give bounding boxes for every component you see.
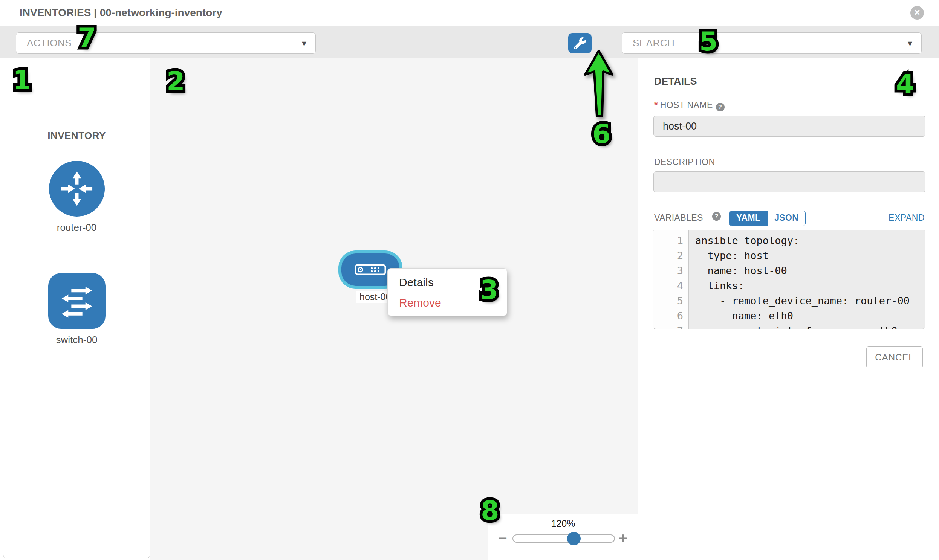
description-label: DESCRIPTION bbox=[654, 157, 715, 167]
help-icon[interactable]: ? bbox=[716, 103, 725, 111]
actions-dropdown[interactable]: ACTIONS ▾ bbox=[16, 32, 316, 54]
description-input[interactable] bbox=[654, 171, 925, 192]
wrench-icon bbox=[574, 37, 586, 49]
close-icon[interactable]: × bbox=[910, 6, 924, 20]
details-heading: DETAILS bbox=[654, 76, 697, 88]
router-icon bbox=[49, 161, 105, 217]
annotation-6: 6 bbox=[592, 121, 611, 147]
search-placeholder: SEARCH bbox=[633, 33, 674, 54]
device-label: router-00 bbox=[57, 222, 97, 234]
cancel-button[interactable]: CANCEL bbox=[866, 346, 923, 368]
chevron-down-icon: ▾ bbox=[302, 33, 306, 54]
host-icon bbox=[355, 264, 386, 275]
variables-editor[interactable]: 1ansible_topology: 2 type: host 3 name: … bbox=[653, 230, 925, 329]
actions-placeholder: ACTIONS bbox=[27, 33, 72, 54]
code-line: 5 - remote_device_name: router-00 bbox=[653, 293, 925, 308]
code-line: 1ansible_topology: bbox=[653, 233, 925, 248]
annotation-7: 7 bbox=[78, 25, 96, 51]
annotation-2: 2 bbox=[167, 68, 185, 94]
variables-label: VARIABLES bbox=[654, 213, 703, 223]
zoom-control: 120% − + bbox=[488, 514, 638, 560]
help-icon[interactable]: ? bbox=[712, 212, 721, 221]
tab-json[interactable]: JSON bbox=[767, 211, 805, 226]
variables-format-toggle: YAML JSON bbox=[729, 211, 806, 226]
expand-link[interactable]: EXPAND bbox=[888, 213, 925, 223]
sidebar-item-switch[interactable]: switch-00 bbox=[3, 273, 150, 346]
zoom-slider[interactable] bbox=[512, 534, 615, 543]
code-line: 3 name: host-00 bbox=[653, 263, 925, 278]
annotation-5: 5 bbox=[699, 28, 718, 55]
sidebar-item-router[interactable]: router-00 bbox=[3, 161, 150, 234]
inventory-heading: INVENTORY bbox=[3, 130, 150, 142]
code-line: 2 type: host bbox=[653, 248, 925, 263]
details-panel: DETAILS *HOST NAME? host-00 DESCRIPTION … bbox=[638, 58, 939, 560]
annotation-3: 3 bbox=[480, 277, 498, 303]
zoom-out-button[interactable]: − bbox=[498, 531, 507, 546]
code-line: 6 name: eth0 bbox=[653, 308, 925, 323]
required-asterisk: * bbox=[654, 100, 658, 110]
app-window: INVENTORIES | 00-networking-inventory × … bbox=[0, 0, 939, 560]
code-line: 4 links: bbox=[653, 278, 925, 293]
zoom-level: 120% bbox=[488, 518, 638, 529]
annotation-4: 4 bbox=[896, 71, 914, 97]
zoom-in-button[interactable]: + bbox=[619, 531, 628, 546]
annotation-8: 8 bbox=[481, 497, 499, 524]
annotation-arrow-up-icon bbox=[584, 50, 615, 117]
annotation-1: 1 bbox=[13, 67, 31, 93]
search-dropdown[interactable]: SEARCH ▾ bbox=[622, 32, 922, 54]
switch-icon bbox=[48, 273, 105, 329]
host-name-input[interactable]: host-00 bbox=[654, 115, 925, 137]
code-line: 7 remote_interface_name: eth0 bbox=[653, 323, 925, 329]
host-name-label: *HOST NAME? bbox=[654, 100, 725, 111]
titlebar: INVENTORIES | 00-networking-inventory × bbox=[0, 0, 939, 26]
tab-yaml[interactable]: YAML bbox=[729, 211, 767, 226]
device-label: switch-00 bbox=[56, 334, 97, 346]
inventory-sidebar: INVENTORY router-00 bbox=[3, 58, 150, 558]
page-title: INVENTORIES | 00-networking-inventory bbox=[20, 0, 222, 26]
zoom-slider-thumb[interactable] bbox=[567, 532, 581, 545]
toolbar: ACTIONS ▾ SEARCH ▾ bbox=[0, 26, 939, 58]
chevron-down-icon: ▾ bbox=[908, 33, 912, 54]
